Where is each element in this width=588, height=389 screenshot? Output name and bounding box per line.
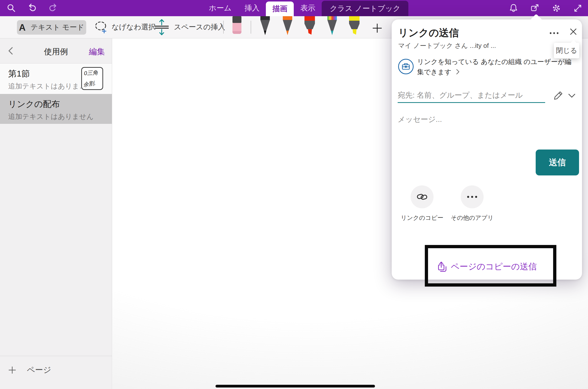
edit-button[interactable]: 編集 <box>89 46 105 57</box>
highlighter-yellow-icon <box>346 16 363 36</box>
pen-orange-tool[interactable] <box>279 16 295 36</box>
send-button[interactable]: 送信 <box>536 150 579 175</box>
more-apps-icon <box>467 195 478 198</box>
pencil-icon[interactable] <box>553 90 564 101</box>
gear-icon[interactable] <box>551 3 562 13</box>
dialog-title: リンクの送信 <box>398 26 459 40</box>
share-icon[interactable] <box>530 3 540 13</box>
lasso-select-label: なげなわ選択 <box>112 22 156 32</box>
add-page-label: ページ <box>27 365 51 376</box>
add-page-button[interactable]: ページ <box>0 362 112 378</box>
chevron-right-icon <box>456 69 460 75</box>
briefcase-icon[interactable] <box>398 59 414 74</box>
thumbnail-ink-text: 0三角 <box>84 69 98 77</box>
more-options-icon[interactable] <box>549 31 559 35</box>
copy-link-circle <box>411 185 434 208</box>
share-page-icon <box>437 261 447 272</box>
page-list-item-selected[interactable]: リンクの配布 追加テキストはありません <box>0 94 112 124</box>
pen-orange-icon <box>279 16 295 36</box>
more-apps-circle <box>461 185 484 208</box>
plus-icon <box>372 23 383 34</box>
tab-home[interactable]: ホーム <box>202 0 238 16</box>
close-icon[interactable] <box>569 27 578 36</box>
page-list-sidebar: 使用例 編集 第1節 追加テキストはありま… 0三角 余割. リンクの配布 追加… <box>0 38 112 389</box>
home-indicator-bar[interactable] <box>216 385 375 388</box>
highlighter-red-icon <box>301 16 318 36</box>
insert-space-button[interactable]: スペースの挿入 <box>153 16 225 38</box>
toolbar-separator <box>251 21 251 34</box>
page-thumbnail: 0三角 余割. <box>81 67 103 90</box>
redo-icon[interactable] <box>48 3 58 13</box>
copy-link-icon <box>416 192 428 202</box>
pen-rainbow-tool[interactable] <box>324 16 340 36</box>
page-subtitle: 追加テキストはありません <box>8 112 94 121</box>
dialog-subtitle: マイ ノートブック さん ...ity of ... <box>398 41 496 50</box>
pen-rainbow-icon <box>324 16 340 36</box>
top-app-bar: ホーム 挿入 描画 表示 クラス ノートブック <box>0 0 588 16</box>
chevron-down-icon[interactable] <box>568 93 576 99</box>
highlighter-red-tool[interactable] <box>301 16 318 36</box>
send-page-copy-label: ページのコピーの送信 <box>451 261 537 272</box>
page-title: 第1節 <box>8 68 30 79</box>
ribbon-tab-strip: ホーム 挿入 描画 表示 クラス ノートブック <box>202 0 408 16</box>
toolbar-separator <box>223 21 224 34</box>
thumbnail-ink-text: 余割. <box>83 79 96 89</box>
undo-icon[interactable] <box>27 3 37 13</box>
topbar-right-icons <box>508 0 583 16</box>
tab-class-notebook[interactable]: クラス ノートブック <box>322 1 408 16</box>
send-link-dialog: リンクの送信 マイ ノートブック さん ...ity of ... リンクを知っ… <box>392 19 582 280</box>
lasso-select-button[interactable]: なげなわ選択 <box>94 16 156 38</box>
insert-space-label: スペースの挿入 <box>174 22 225 32</box>
lasso-icon <box>94 19 108 35</box>
send-page-copy-button[interactable]: ページのコピーの送信 <box>392 259 582 275</box>
page-list-item[interactable]: 第1節 追加テキストはありま… 0三角 余割. <box>0 64 112 94</box>
more-apps-button[interactable]: その他のアプリ <box>447 185 497 222</box>
eraser-tool[interactable] <box>230 16 244 36</box>
text-mode-icon: A <box>19 23 26 32</box>
copy-link-label: リンクのコピー <box>397 214 447 222</box>
permission-text: リンクを知っている あなたの組織 のユーザーが編集できます <box>417 58 571 76</box>
onenote-app-window: ホーム 挿入 描画 表示 クラス ノートブック <box>0 0 588 389</box>
page-subtitle: 追加テキストはありま… <box>8 81 86 91</box>
eraser-icon <box>230 16 244 36</box>
search-icon[interactable] <box>6 3 16 13</box>
tab-draw[interactable]: 描画 <box>266 1 294 16</box>
sidebar-header: 使用例 編集 <box>0 38 112 64</box>
plus-icon <box>8 366 16 374</box>
text-mode-label: テキスト モード <box>31 22 84 32</box>
sidebar-footer-divider <box>0 356 112 356</box>
highlighter-yellow-tool[interactable] <box>346 16 363 36</box>
close-tooltip: 閉じる <box>554 43 579 58</box>
fullscreen-icon[interactable] <box>573 3 583 13</box>
close-tooltip-label: 閉じる <box>556 46 577 55</box>
text-mode-button[interactable]: A テキスト モード <box>17 20 86 35</box>
insert-space-icon <box>153 18 170 36</box>
topbar-left-icons <box>6 0 58 16</box>
tab-view[interactable]: 表示 <box>294 0 322 16</box>
recipient-input[interactable] <box>398 88 545 103</box>
link-permission-setting[interactable]: リンクを知っている あなたの組織 のユーザーが編集できます <box>417 57 574 77</box>
tab-insert[interactable]: 挿入 <box>238 0 266 16</box>
copy-link-button[interactable]: リンクのコピー <box>397 185 447 222</box>
pen-black-icon <box>257 16 273 36</box>
pen-black-tool[interactable] <box>257 16 273 36</box>
more-apps-label: その他のアプリ <box>447 214 497 222</box>
page-title: リンクの配布 <box>8 98 60 110</box>
add-pen-button[interactable] <box>372 23 383 34</box>
message-input[interactable] <box>398 112 575 127</box>
bell-icon[interactable] <box>508 3 519 13</box>
